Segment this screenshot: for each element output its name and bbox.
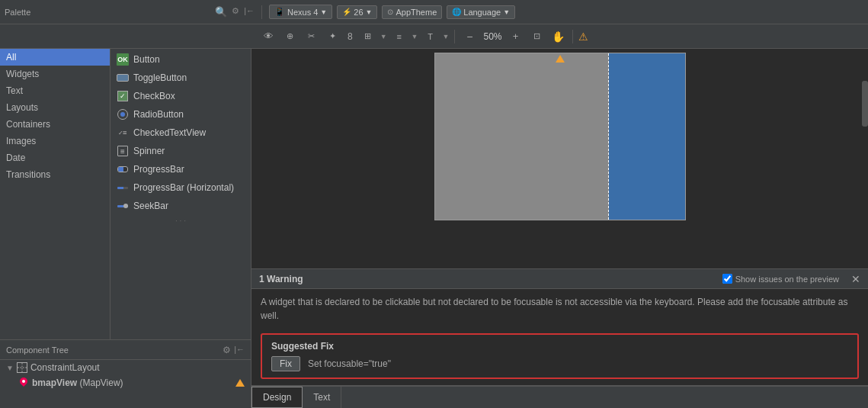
fix-button[interactable]: Fix xyxy=(271,356,300,371)
button-icon: OK xyxy=(117,53,129,66)
fix-text: Set focusable="true" xyxy=(308,358,391,369)
palette-item-seekbar[interactable]: SeekBar xyxy=(111,197,251,215)
palette-category-widgets[interactable]: Widgets xyxy=(0,66,110,82)
collapse-icon[interactable]: |← xyxy=(244,6,255,18)
fix-row: Fix Set focusable="true" xyxy=(271,356,848,371)
palette-item-progressbar-label: ProgressBar xyxy=(133,164,184,175)
search-icon[interactable]: 🔍 xyxy=(215,6,227,18)
warning-toolbar-icon: ⚠ xyxy=(578,31,588,43)
component-tree-panel: Component Tree ⚙ |← ▼ ConstraintLayout xyxy=(0,339,251,408)
pan-icon[interactable]: ✋ xyxy=(549,28,567,45)
spinner-shape: ≡ xyxy=(117,146,128,156)
palette-items: OK Button ToggleButton ✓ C xyxy=(111,49,251,339)
component-tree-header: Component Tree ⚙ |← xyxy=(0,340,251,360)
eye-icon[interactable]: 👁 xyxy=(259,28,277,45)
checked-text-shape: ✓≡ xyxy=(119,129,127,137)
palette-item-checkbox[interactable]: ✓ CheckBox xyxy=(111,87,251,105)
palette-category-transitions[interactable]: Transitions xyxy=(0,166,110,183)
seekbar-icon xyxy=(117,200,129,212)
preview-scrollbar[interactable] xyxy=(862,73,868,268)
spinner-icon: ≡ xyxy=(117,145,129,157)
map-view-icon xyxy=(18,377,29,388)
preview-area: 1 Warning Show issues on the preview ✕ A… xyxy=(251,49,868,408)
palette-title: Palette xyxy=(5,8,30,17)
component-tree-collapse-icon[interactable]: |← xyxy=(234,345,245,355)
api-dropdown[interactable]: ⚡ 26 ▼ xyxy=(337,5,377,19)
device-dropdown[interactable]: 📱 Nexus 4 ▼ xyxy=(269,5,332,19)
palette-item-togglebutton-label: ToggleButton xyxy=(133,72,187,83)
device-name: Nexus 4 xyxy=(287,8,318,17)
radiobutton-icon xyxy=(117,108,129,120)
tab-design[interactable]: Design xyxy=(251,387,303,408)
palette-row: All Widgets Text Layouts Containers Imag… xyxy=(0,49,251,339)
check-shape: ✓ xyxy=(117,91,128,101)
progressbar-horiz-icon xyxy=(117,182,129,194)
theme-dropdown[interactable]: ⊙ AppTheme xyxy=(382,5,442,19)
palette-item-togglebutton[interactable]: ToggleButton xyxy=(111,69,251,87)
zoom-out-icon[interactable]: − xyxy=(460,28,479,45)
tree-arrow-constraint: ▼ xyxy=(6,364,14,372)
component-tree-header-icons: ⚙ |← xyxy=(223,345,245,355)
align-icon[interactable]: ≡ xyxy=(390,28,408,45)
palette-category-images[interactable]: Images xyxy=(0,133,110,149)
device-screen-blue-area xyxy=(609,53,685,220)
bottom-tabbar: Design Text xyxy=(251,385,868,408)
palette-category-date[interactable]: Date xyxy=(0,149,110,166)
gear-icon[interactable]: ⚙ xyxy=(232,6,239,18)
api-level: 26 xyxy=(354,8,363,17)
preview-scrollbar-thumb xyxy=(862,81,868,127)
palette-category-text[interactable]: Text xyxy=(0,82,110,99)
grid-icon[interactable]: ⊞ xyxy=(359,28,377,45)
palette-item-button[interactable]: OK Button xyxy=(111,50,251,69)
show-issues-label[interactable]: Show issues on the preview xyxy=(722,274,839,284)
tree-item-constraintlayout[interactable]: ▼ ConstraintLayout xyxy=(0,360,251,375)
ok-badge: OK xyxy=(117,53,129,66)
progress-shape xyxy=(117,166,128,172)
number-8: 8 xyxy=(344,31,356,42)
progress-horiz-shape xyxy=(117,187,128,189)
device-screen xyxy=(434,53,686,220)
scissors-icon[interactable]: ✂ xyxy=(302,28,320,45)
tab-text[interactable]: Text xyxy=(303,387,341,408)
palette-category-layouts[interactable]: Layouts xyxy=(0,99,110,116)
palette-item-seekbar-label: SeekBar xyxy=(133,201,168,211)
palette-category-containers[interactable]: Containers xyxy=(0,116,110,133)
palette-item-button-label: Button xyxy=(133,54,160,65)
tree-item-bmapview[interactable]: bmapView (MapView) xyxy=(0,375,251,390)
tab-text-label: Text xyxy=(313,392,330,403)
language-name: Language xyxy=(463,8,501,17)
fit-screen-icon[interactable]: ⊡ xyxy=(527,28,546,45)
palette-item-progressbar[interactable]: ProgressBar xyxy=(111,160,251,178)
magic-icon[interactable]: ✦ xyxy=(323,28,341,45)
palette-item-radiobutton-label: RadioButton xyxy=(133,109,184,120)
palette-categories: All Widgets Text Layouts Containers Imag… xyxy=(0,49,111,339)
text-align-icon[interactable]: T xyxy=(421,28,440,45)
show-issues-text: Show issues on the preview xyxy=(735,275,839,284)
palette-item-checkedtextview[interactable]: ✓≡ CheckedTextView xyxy=(111,124,251,142)
tree-constraintlayout-label: ConstraintLayout xyxy=(30,362,100,373)
show-issues-checkbox[interactable] xyxy=(722,274,732,284)
zoom-level: 50% xyxy=(482,31,503,42)
checkbox-icon: ✓ xyxy=(117,90,129,102)
suggested-fix-box: Suggested Fix Fix Set focusable="true" xyxy=(261,333,859,379)
component-tree-gear-icon[interactable]: ⚙ xyxy=(223,345,231,355)
device-dashed-divider xyxy=(608,53,609,220)
tree-bmapview-label: bmapView (MapView) xyxy=(32,377,123,388)
palette-item-progressbar-horiz-label: ProgressBar (Horizontal) xyxy=(133,182,234,193)
palette-item-radiobutton[interactable]: RadioButton xyxy=(111,105,251,124)
zoom-in-icon[interactable]: + xyxy=(506,28,524,45)
device-preview xyxy=(251,49,868,268)
palette-item-spinner[interactable]: ≡ Spinner xyxy=(111,142,251,160)
tab-design-label: Design xyxy=(263,392,291,403)
seekbar-shape xyxy=(117,205,128,207)
palette-item-progressbar-horiz[interactable]: ProgressBar (Horizontal) xyxy=(111,178,251,197)
grid-chevron: ▼ xyxy=(380,33,387,40)
togglebutton-icon xyxy=(117,72,129,84)
warning-close-button[interactable]: ✕ xyxy=(851,273,860,285)
language-dropdown[interactable]: 🌐 Language ▼ xyxy=(447,5,515,19)
cursor-icon[interactable]: ⊕ xyxy=(280,28,299,45)
palette-category-all[interactable]: All xyxy=(0,49,110,66)
warning-triangle-device xyxy=(556,55,565,63)
constraint-layout-icon xyxy=(17,362,27,373)
palette-item-checkedtextview-label: CheckedTextView xyxy=(133,127,206,138)
